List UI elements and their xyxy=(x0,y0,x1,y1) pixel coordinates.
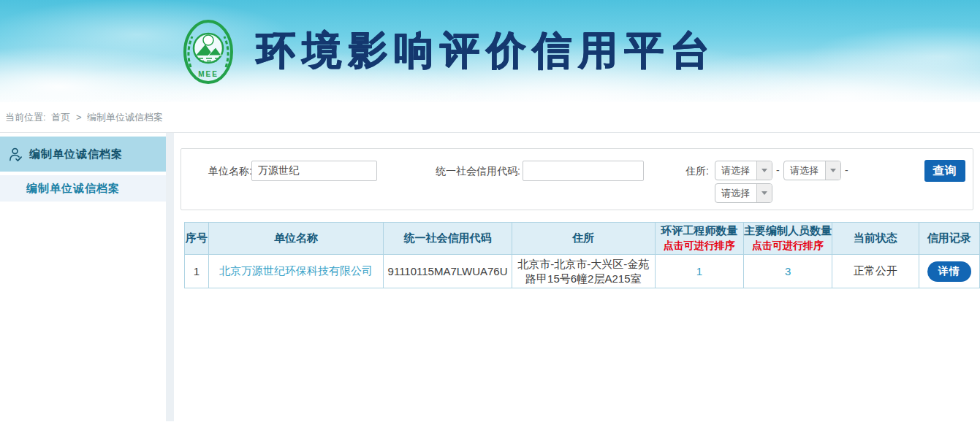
table-row: 1 北京万源世纪环保科技有限公司 91110115MA7LWUA76U 北京市-… xyxy=(185,255,980,288)
col-header-credit-code: 统一社会信用代码 xyxy=(384,223,512,255)
engineer-count-title: 环评工程师数量 xyxy=(661,224,737,237)
col-header-engineer-count-sort[interactable]: 环评工程师数量 点击可进行排序 xyxy=(655,223,744,255)
sidebar-content-divider xyxy=(166,133,174,421)
col-header-address: 住所 xyxy=(512,223,656,255)
content-area: 单位名称: 统一社会信用代码: 住所: 请选择 - 请选择 - 请选择 查询 xyxy=(174,133,980,421)
main-area: 编制单位诚信档案 编制单位诚信档案 单位名称: 统一社会信用代码: 住所: 请选… xyxy=(0,133,980,421)
chevron-down-icon[interactable] xyxy=(756,184,772,202)
sidebar-item-unit-credit-archive[interactable]: 编制单位诚信档案 xyxy=(0,137,166,172)
row-credit-code: 91110115MA7LWUA76U xyxy=(384,255,512,288)
col-header-staff-count-sort[interactable]: 主要编制人员数量 点击可进行排序 xyxy=(744,223,832,255)
company-name-label: 单位名称: xyxy=(198,161,252,181)
row-address: 北京市-北京市-大兴区-金苑路甲15号6幢2层A215室 xyxy=(512,255,656,288)
sort-hint: 点击可进行排序 xyxy=(744,239,832,253)
col-header-credit-record: 信用记录 xyxy=(919,223,979,255)
credit-code-label: 统一社会信用代码: xyxy=(434,161,520,181)
page-title: 环境影响评价信用平台 xyxy=(256,26,716,73)
search-panel: 单位名称: 统一社会信用代码: 住所: 请选择 - 请选择 - 请选择 查询 xyxy=(181,148,973,210)
row-status: 正常公开 xyxy=(832,255,919,288)
chevron-down-icon[interactable] xyxy=(756,161,772,180)
breadcrumb-separator: > xyxy=(76,112,82,123)
address-dash: - xyxy=(845,161,848,180)
col-header-status: 当前状态 xyxy=(832,223,919,255)
query-button[interactable]: 查询 xyxy=(924,160,965,182)
chevron-down-icon[interactable] xyxy=(825,161,840,180)
staff-count-title: 主要编制人员数量 xyxy=(744,224,832,237)
result-table: 序号 单位名称 统一社会信用代码 住所 环评工程师数量 点击可进行排序 主要编制… xyxy=(184,222,980,288)
table-header-row: 序号 单位名称 统一社会信用代码 住所 环评工程师数量 点击可进行排序 主要编制… xyxy=(185,223,980,255)
engineer-count-link[interactable]: 1 xyxy=(696,265,702,277)
address-province-select[interactable]: 请选择 xyxy=(715,161,772,180)
breadcrumb: 当前位置: 首页 > 编制单位诚信档案 xyxy=(0,102,980,133)
mee-logo-icon: MEE xyxy=(181,18,235,86)
sidebar-subitem-unit-credit-archive[interactable]: 编制单位诚信档案 xyxy=(0,175,166,202)
user-check-icon xyxy=(8,147,23,162)
company-name-link[interactable]: 北京万源世纪环保科技有限公司 xyxy=(219,264,373,277)
address-dash: - xyxy=(776,161,780,180)
row-index: 1 xyxy=(185,255,209,288)
sidebar-item-label: 编制单位诚信档案 xyxy=(29,147,123,161)
credit-code-input[interactable] xyxy=(523,161,644,181)
sort-hint: 点击可进行排序 xyxy=(656,239,744,253)
address-city-select[interactable]: 请选择 xyxy=(783,161,841,180)
col-header-index: 序号 xyxy=(185,223,209,255)
svg-text:MEE: MEE xyxy=(198,70,219,78)
address-district-value: 请选择 xyxy=(715,184,756,202)
address-city-value: 请选择 xyxy=(784,161,825,180)
breadcrumb-prefix: 当前位置: xyxy=(5,112,46,123)
breadcrumb-current: 编制单位诚信档案 xyxy=(87,112,163,123)
address-district-select[interactable]: 请选择 xyxy=(715,183,772,203)
staff-count-link[interactable]: 3 xyxy=(785,265,791,277)
sidebar: 编制单位诚信档案 编制单位诚信档案 xyxy=(0,133,166,421)
company-name-input[interactable] xyxy=(251,161,377,181)
col-header-company: 单位名称 xyxy=(208,223,383,255)
address-province-value: 请选择 xyxy=(715,161,756,180)
breadcrumb-home-link[interactable]: 首页 xyxy=(51,112,70,123)
detail-button[interactable]: 详情 xyxy=(927,261,971,282)
address-label: 住所: xyxy=(672,161,709,181)
site-header: MEE 环境影响评价信用平台 xyxy=(0,0,980,102)
